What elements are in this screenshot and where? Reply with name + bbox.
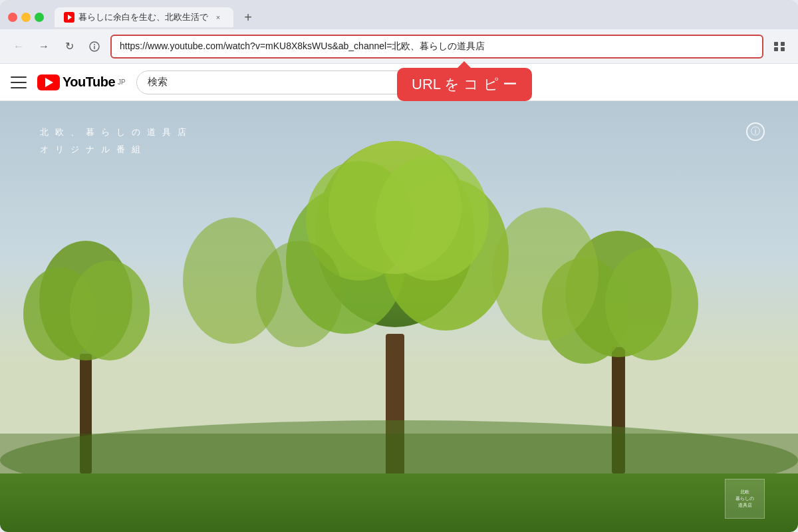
youtube-logo-text: YouTube: [63, 74, 115, 90]
svg-point-16: [376, 154, 489, 281]
tab-bar: 暮らしに余白を生む、北欧生活で × +: [0, 0, 798, 29]
tab-favicon-icon: [64, 12, 74, 23]
youtube-logo[interactable]: YouTube JP: [37, 74, 126, 90]
new-tab-button[interactable]: +: [239, 8, 257, 27]
search-placeholder-text: 検索: [148, 76, 168, 88]
address-bar-area: ← → ↻ https://www.youtube.com/watch?v=mK…: [0, 29, 798, 64]
video-overlay-text: 北 欧 、 暮 ら し の 道 具 店 オ リ ジ ナ ル 番 組: [40, 126, 188, 156]
hamburger-menu-icon[interactable]: [11, 74, 27, 90]
channel-name-overlay: 北 欧 、 暮 ら し の 道 具 店: [40, 126, 188, 138]
back-button[interactable]: ←: [9, 37, 28, 56]
video-thumbnail: 北 欧 、 暮 ら し の 道 具 店 オ リ ジ ナ ル 番 組 ⓘ 北欧 暮…: [0, 101, 798, 532]
site-info-button[interactable]: [85, 37, 104, 56]
browser-menu-button[interactable]: [770, 37, 789, 56]
channel-logo-corner: 北欧 暮らしの 道具店: [725, 479, 765, 519]
svg-rect-29: [0, 434, 798, 473]
svg-rect-8: [781, 47, 785, 51]
youtube-logo-jp: JP: [118, 78, 126, 86]
browser-menu-icon: [773, 40, 786, 53]
channel-logo-text: 北欧 暮らしの 道具店: [735, 489, 754, 508]
svg-point-27: [256, 241, 342, 347]
svg-rect-5: [774, 42, 778, 46]
program-type-overlay: オ リ ジ ナ ル 番 組: [40, 144, 188, 156]
video-container[interactable]: 北 欧 、 暮 ら し の 道 具 店 オ リ ジ ナ ル 番 組 ⓘ 北欧 暮…: [0, 101, 798, 532]
youtube-logo-icon: [37, 74, 60, 90]
svg-point-20: [70, 261, 150, 360]
video-info-button[interactable]: ⓘ: [746, 122, 765, 141]
close-window-button[interactable]: [8, 13, 17, 22]
url-text: https://www.youtube.com/watch?v=mKU8X8ks…: [120, 41, 485, 53]
active-tab[interactable]: 暮らしに余白を生む、北欧生活で ×: [55, 7, 233, 27]
site-info-icon: [89, 41, 100, 52]
svg-rect-6: [781, 42, 785, 46]
forward-button[interactable]: →: [35, 37, 53, 56]
url-copy-tooltip: URL を コ ピ ー: [397, 68, 532, 101]
svg-point-24: [605, 247, 698, 360]
address-bar-wrapper: https://www.youtube.com/watch?v=mKU8X8ks…: [110, 35, 763, 59]
youtube-play-triangle: [45, 78, 53, 87]
tree-scene-svg: [0, 101, 798, 473]
tab-close-button[interactable]: ×: [212, 11, 224, 23]
fullscreen-window-button[interactable]: [35, 13, 44, 22]
svg-rect-7: [774, 47, 778, 51]
address-bar[interactable]: https://www.youtube.com/watch?v=mKU8X8ks…: [110, 35, 763, 59]
tab-title: 暮らしに余白を生む、北欧生活で: [78, 11, 208, 23]
page-content: YouTube JP 検索: [0, 64, 798, 532]
reload-button[interactable]: ↻: [60, 37, 78, 56]
browser-window: 暮らしに余白を生む、北欧生活で × + ← → ↻ https://www.yo…: [0, 0, 798, 532]
minimize-window-button[interactable]: [21, 13, 31, 22]
traffic-lights: [8, 13, 44, 22]
svg-point-26: [492, 207, 598, 340]
tooltip-text: URL を コ ピ ー: [412, 76, 517, 92]
info-icon-symbol: ⓘ: [751, 126, 760, 138]
